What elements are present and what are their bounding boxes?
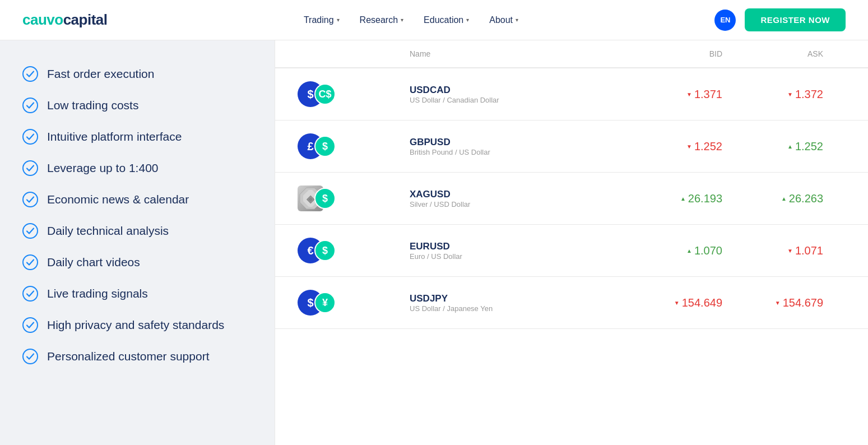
pair-icon: $ C$ bbox=[298, 80, 342, 109]
trading-panel: Name BID ASK $ C$ USDCAD US Dollar / Can… bbox=[275, 40, 868, 445]
svg-point-0 bbox=[23, 67, 38, 81]
feature-label: Live trading signals bbox=[47, 287, 148, 300]
feature-label: Intuitive platform interface bbox=[47, 130, 182, 143]
ask-value: 26.263 bbox=[789, 192, 823, 205]
svg-text:◈: ◈ bbox=[306, 193, 315, 205]
feature-label: Personalized customer support bbox=[47, 350, 209, 363]
pair-symbol: USDCAD bbox=[410, 85, 644, 96]
language-button[interactable]: EN bbox=[714, 10, 736, 31]
feature-item: Personalized customer support bbox=[22, 341, 252, 372]
ask-value: 1.372 bbox=[795, 88, 823, 101]
feature-label: Low trading costs bbox=[47, 99, 138, 112]
svg-point-5 bbox=[23, 224, 38, 238]
pair-name-block: USDJPY US Dollar / Japanese Yen bbox=[410, 293, 644, 313]
feature-item: Economic news & calendar bbox=[22, 184, 252, 215]
feature-item: Leverage up to 1:400 bbox=[22, 152, 252, 184]
ask-price: ▲ 1.252 bbox=[745, 140, 846, 153]
logo[interactable]: cauvocapital bbox=[22, 11, 108, 29]
feature-item: Fast order execution bbox=[22, 58, 252, 90]
feature-label: Daily technical analysis bbox=[47, 224, 169, 238]
nav-trading[interactable]: Trading ▾ bbox=[304, 15, 340, 25]
bid-arrow-icon: ▼ bbox=[674, 300, 680, 306]
ask-arrow-icon: ▼ bbox=[787, 91, 793, 98]
feature-label: Leverage up to 1:400 bbox=[47, 161, 159, 175]
feature-item: Live trading signals bbox=[22, 278, 252, 309]
bid-arrow-icon: ▲ bbox=[680, 196, 686, 202]
table-row[interactable]: $ C$ USDCAD US Dollar / Canadian Dollar … bbox=[275, 68, 868, 120]
svg-point-2 bbox=[23, 129, 38, 144]
pair-icon: £ $ bbox=[298, 132, 342, 161]
feature-item: Daily chart videos bbox=[22, 247, 252, 278]
pair-symbol: XAGUSD bbox=[410, 189, 644, 200]
logo-part2: capital bbox=[63, 11, 108, 28]
table-header: Name BID ASK bbox=[275, 40, 868, 68]
pair-name-block: GBPUSD British Pound / US Dollar bbox=[410, 137, 644, 156]
table-row[interactable]: € $ EURUSD Euro / US Dollar ▲ 1.070 ▼ 1.… bbox=[275, 225, 868, 277]
table-row[interactable]: ◈ $ XAGUSD Silver / USD Dollar ▲ 26.193 … bbox=[275, 173, 868, 225]
check-icon bbox=[22, 66, 38, 82]
svg-point-1 bbox=[23, 98, 38, 113]
feature-label: Fast order execution bbox=[47, 67, 154, 81]
bid-value: 26.193 bbox=[688, 192, 722, 205]
check-icon bbox=[22, 286, 38, 302]
nav-education[interactable]: Education ▾ bbox=[424, 15, 469, 25]
coin-front: C$ bbox=[314, 84, 336, 105]
ask-value: 1.252 bbox=[795, 140, 823, 153]
pair-symbol: USDJPY bbox=[410, 293, 644, 304]
ask-price: ▼ 1.372 bbox=[745, 88, 846, 101]
bid-arrow-icon: ▲ bbox=[686, 248, 692, 254]
main-nav: Trading ▾ Research ▾ Education ▾ About ▾ bbox=[304, 15, 518, 25]
check-icon bbox=[22, 160, 38, 176]
pair-icon: € $ bbox=[298, 236, 342, 265]
feature-item: Low trading costs bbox=[22, 90, 252, 121]
ask-price: ▼ 1.071 bbox=[745, 244, 846, 257]
check-icon bbox=[22, 98, 38, 113]
bid-price: ▲ 26.193 bbox=[644, 192, 745, 205]
ask-value: 154.679 bbox=[783, 296, 823, 309]
bid-value: 154.649 bbox=[682, 296, 722, 309]
pair-full-name: US Dollar / Canadian Dollar bbox=[410, 96, 644, 104]
check-icon bbox=[22, 254, 38, 270]
ask-price: ▼ 154.679 bbox=[745, 296, 846, 309]
chevron-down-icon: ▾ bbox=[337, 17, 340, 23]
main-content: Fast order execution Low trading costs I… bbox=[0, 40, 868, 445]
feature-label: High privacy and safety standards bbox=[47, 318, 224, 332]
bid-arrow-icon: ▼ bbox=[686, 143, 692, 150]
feature-item: Intuitive platform interface bbox=[22, 121, 252, 152]
col-bid-header: BID bbox=[644, 49, 745, 58]
feature-item: High privacy and safety standards bbox=[22, 309, 252, 341]
ask-arrow-icon: ▲ bbox=[787, 143, 793, 150]
coin-front: $ bbox=[314, 240, 336, 261]
nav-about[interactable]: About ▾ bbox=[489, 15, 518, 25]
pair-full-name: US Dollar / Japanese Yen bbox=[410, 304, 644, 313]
svg-point-7 bbox=[23, 286, 38, 301]
svg-point-6 bbox=[23, 255, 38, 270]
pair-full-name: British Pound / US Dollar bbox=[410, 148, 644, 156]
coin-front: $ bbox=[314, 188, 336, 209]
bid-price: ▼ 154.649 bbox=[644, 296, 745, 309]
pair-symbol: GBPUSD bbox=[410, 137, 644, 148]
col-name-header: Name bbox=[410, 49, 644, 58]
coin-front: $ bbox=[314, 136, 336, 157]
table-row[interactable]: $ ¥ USDJPY US Dollar / Japanese Yen ▼ 15… bbox=[275, 277, 868, 329]
ask-arrow-icon: ▼ bbox=[775, 300, 781, 306]
register-button[interactable]: REGISTER NOW bbox=[745, 8, 846, 31]
pair-name-block: EURUSD Euro / US Dollar bbox=[410, 241, 644, 261]
table-row[interactable]: £ $ GBPUSD British Pound / US Dollar ▼ 1… bbox=[275, 120, 868, 173]
coin-front: ¥ bbox=[314, 292, 336, 313]
feature-label: Daily chart videos bbox=[47, 256, 140, 269]
ask-price: ▲ 26.263 bbox=[745, 192, 846, 205]
pair-full-name: Silver / USD Dollar bbox=[410, 200, 644, 208]
bid-arrow-icon: ▼ bbox=[686, 91, 692, 98]
feature-item: Daily technical analysis bbox=[22, 215, 252, 247]
bid-value: 1.070 bbox=[694, 244, 722, 257]
chevron-down-icon: ▾ bbox=[401, 17, 403, 23]
check-icon bbox=[22, 349, 38, 364]
nav-research[interactable]: Research ▾ bbox=[360, 15, 403, 25]
ask-value: 1.071 bbox=[795, 244, 823, 257]
bid-price: ▼ 1.371 bbox=[644, 88, 745, 101]
chevron-down-icon: ▾ bbox=[516, 17, 518, 23]
pair-name-block: XAGUSD Silver / USD Dollar bbox=[410, 189, 644, 208]
svg-point-4 bbox=[23, 192, 38, 207]
svg-point-8 bbox=[23, 318, 38, 332]
